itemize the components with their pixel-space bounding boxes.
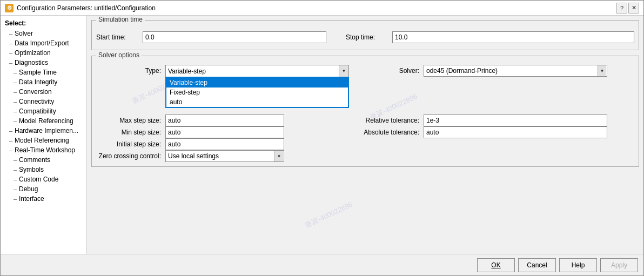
title-bar: ⚙ Configuration Parameters: untitled/Con… — [1, 1, 643, 16]
sidebar-item-connectivity[interactable]: –Connectivity — [1, 97, 86, 106]
min-step-label: Min step size: — [96, 129, 161, 136]
sidebar-item-debug[interactable]: –Debug — [1, 184, 86, 194]
sidebar-item-interface[interactable]: –Interface — [1, 194, 86, 204]
simulation-time-label: Simulation time — [96, 16, 145, 23]
sidebar-item-comments[interactable]: –Comments — [1, 155, 86, 165]
type-dropdown-display[interactable]: Variable-step ▼ — [165, 65, 349, 77]
rel-tol-row: Relative tolerance: — [354, 115, 634, 126]
sidebar-item-optimization[interactable]: –Optimization — [1, 48, 86, 58]
initial-step-row: Initial step size: — [96, 138, 349, 150]
sidebar-item-hardware-impl[interactable]: –Hardware Implemen... — [1, 126, 86, 136]
min-step-row: Min step size: — [96, 126, 349, 138]
max-step-row: Max step size: — [96, 115, 349, 126]
stop-time-input[interactable] — [392, 31, 634, 43]
title-buttons: ? ✕ — [616, 3, 639, 14]
zero-crossing-select[interactable]: Use local settings — [165, 150, 284, 162]
start-time-input[interactable] — [143, 31, 326, 43]
title-bar-left: ⚙ Configuration Parameters: untitled/Con… — [5, 4, 156, 12]
type-dropdown-arrow[interactable]: ▼ — [339, 65, 348, 77]
solver-col-left: Type: Variable-step ▼ Variable-ste — [96, 65, 349, 162]
max-step-input[interactable] — [165, 115, 284, 126]
help-title-button[interactable]: ? — [616, 3, 627, 14]
solver-col-right: Solver: ode45 (Dormand-Prince) ▼ Relativ… — [349, 65, 634, 162]
option-auto[interactable]: auto — [166, 97, 348, 107]
max-step-label: Max step size: — [96, 117, 161, 124]
sidebar-item-custom-code[interactable]: –Custom Code — [1, 174, 86, 184]
sidebar-item-data-import-export[interactable]: –Data Import/Export — [1, 38, 86, 48]
type-dropdown-list: Variable-step Fixed-step auto — [165, 77, 349, 108]
solver-label: Solver: — [354, 67, 419, 75]
sidebar-item-model-referencing[interactable]: –Model Referencing — [1, 116, 86, 126]
ok-button[interactable]: OK — [477, 258, 515, 272]
sidebar-item-model-referencing2[interactable]: –Model Referencing — [1, 136, 86, 145]
start-time-label: Start time: — [96, 33, 134, 41]
sidebar-item-conversion[interactable]: –Conversion — [1, 87, 86, 97]
solver-dropdown-wrapper: ode45 (Dormand-Prince) ▼ — [424, 65, 607, 77]
zero-crossing-row: Zero crossing control: Use local setting… — [96, 150, 349, 162]
abs-tol-row: Absolute tolerance: — [354, 126, 634, 138]
solver-select[interactable]: ode45 (Dormand-Prince) — [424, 65, 607, 77]
abs-tol-label: Absolute tolerance: — [354, 129, 419, 136]
main-panel: 唐波-400022896 唐波-400022896 唐波-400022896 S… — [87, 16, 643, 254]
content-area: Select: –Solver –Data Import/Export –Opt… — [1, 16, 643, 254]
type-label: Type: — [96, 67, 161, 75]
apply-button[interactable]: Apply — [600, 258, 638, 272]
rel-tol-input[interactable] — [424, 115, 607, 126]
sidebar-item-sample-time[interactable]: –Sample Time — [1, 68, 86, 77]
watermark-3: 唐波-400022896 — [304, 200, 354, 231]
initial-step-input[interactable] — [165, 138, 284, 150]
help-button[interactable]: Help — [559, 258, 597, 272]
initial-step-label: Initial step size: — [96, 140, 161, 148]
type-select-wrapper: Variable-step ▼ Variable-step Fixed-step… — [165, 65, 349, 77]
cancel-button[interactable]: Cancel — [518, 258, 556, 272]
simulation-time-group: Simulation time Start time: Stop time: — [91, 20, 639, 50]
sidebar-item-diagnostics[interactable]: –Diagnostics — [1, 58, 86, 68]
option-fixed-step[interactable]: Fixed-step — [166, 87, 348, 97]
zero-crossing-dropdown-wrapper: Use local settings ▼ — [165, 150, 284, 162]
sidebar-header: Select: — [1, 18, 86, 29]
type-row: Type: Variable-step ▼ Variable-ste — [96, 65, 349, 77]
type-dropdown-container: Variable-step ▼ Variable-step Fixed-step… — [165, 65, 349, 77]
abs-tol-input[interactable] — [424, 126, 607, 138]
option-variable-step[interactable]: Variable-step — [166, 78, 348, 87]
solver-columns: Type: Variable-step ▼ Variable-ste — [96, 65, 634, 162]
min-step-input[interactable] — [165, 126, 284, 138]
stop-time-label: Stop time: — [346, 33, 384, 41]
solver-options-label: Solver options — [96, 51, 142, 59]
solver-options-group: Solver options Type: Variable-st — [91, 56, 639, 167]
solver-row: Solver: ode45 (Dormand-Prince) ▼ — [354, 65, 634, 77]
window-title: Configuration Parameters: untitled/Confi… — [17, 4, 156, 12]
rel-tol-label: Relative tolerance: — [354, 117, 419, 124]
bottom-bar: OK Cancel Help Apply — [1, 254, 643, 275]
sidebar-item-compatibility[interactable]: –Compatibility — [1, 106, 86, 116]
zero-crossing-label: Zero crossing control: — [96, 152, 161, 160]
sidebar-item-data-integrity[interactable]: –Data Integrity — [1, 77, 86, 87]
window-icon: ⚙ — [5, 4, 14, 12]
close-button[interactable]: ✕ — [628, 3, 639, 14]
sidebar: Select: –Solver –Data Import/Export –Opt… — [1, 16, 87, 254]
sidebar-item-symbols[interactable]: –Symbols — [1, 165, 86, 174]
sidebar-item-real-time-workshop[interactable]: –Real-Time Workshop — [1, 145, 86, 155]
sidebar-item-solver[interactable]: –Solver — [1, 29, 86, 38]
main-window: ⚙ Configuration Parameters: untitled/Con… — [0, 0, 644, 276]
simulation-time-row: Start time: Stop time: — [96, 29, 634, 45]
